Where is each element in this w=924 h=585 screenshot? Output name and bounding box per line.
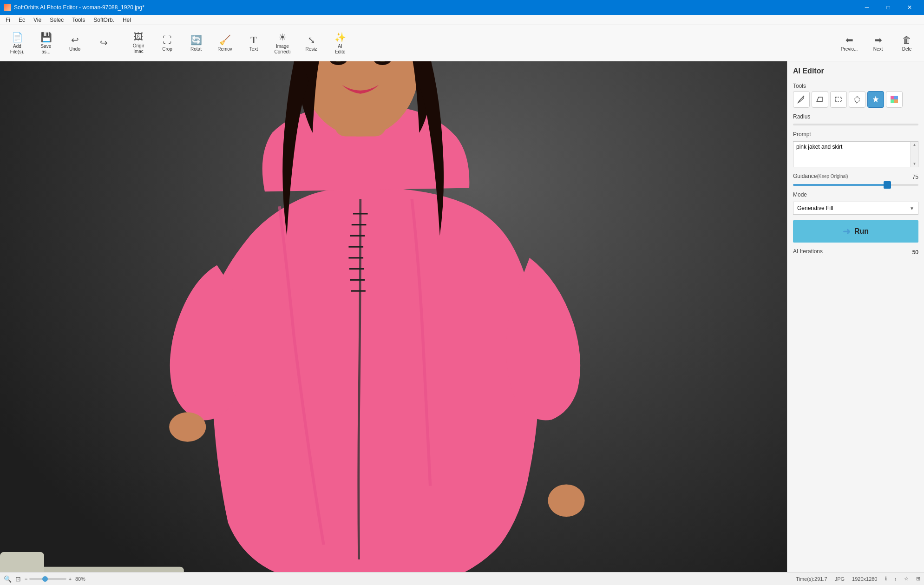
iterations-section: AI Iterations 50 xyxy=(793,248,918,256)
star-icon[interactable]: ☆ xyxy=(904,576,909,582)
next-button[interactable]: ➡ Next xyxy=(865,27,891,59)
zoom-plus-icon[interactable]: + xyxy=(68,576,71,582)
remove-label: Remov xyxy=(217,46,232,52)
canvas-area[interactable] xyxy=(0,61,787,572)
delete-icon: 🗑 xyxy=(902,35,911,46)
radius-slider[interactable] xyxy=(793,124,918,125)
redo-button[interactable]: ↪ xyxy=(90,27,117,59)
svg-rect-18 xyxy=(835,97,842,102)
previous-icon: ⬅ xyxy=(845,34,853,46)
original-image-label: OrigirImac xyxy=(133,43,144,54)
svg-line-15 xyxy=(803,96,804,97)
zoom-minus-icon[interactable]: − xyxy=(25,576,27,582)
menu-select[interactable]: Selec xyxy=(46,16,67,24)
share-icon[interactable]: ↑ xyxy=(894,576,897,582)
mode-dropdown[interactable]: Generative Fill Inpainting Outpainting xyxy=(793,202,918,214)
resize-button[interactable]: ⤡ Resiz xyxy=(298,27,325,59)
menu-edit[interactable]: Ec xyxy=(15,16,29,24)
menu-tools[interactable]: Tools xyxy=(68,16,89,24)
guidance-slider[interactable] xyxy=(793,184,918,186)
menu-softorb[interactable]: SoftOrb. xyxy=(90,16,118,24)
crop-button[interactable]: ⛶ Crop xyxy=(154,27,181,59)
menu-help[interactable]: Hel xyxy=(119,16,135,24)
screen-icon[interactable]: ⊞ xyxy=(916,576,920,582)
prompt-section: Prompt pink jaket and skirt ▲ ▼ xyxy=(793,131,918,167)
window-controls: ─ □ ✕ xyxy=(856,0,920,15)
minimize-button[interactable]: ─ xyxy=(856,0,878,15)
erase-icon xyxy=(816,95,824,104)
zoom-out-icon[interactable]: 🔍 xyxy=(4,575,12,583)
text-label: Text xyxy=(249,46,258,52)
image-correct-label: ImageCorrecti xyxy=(274,44,290,55)
svg-rect-21 xyxy=(891,99,894,103)
image-correct-icon: ☀ xyxy=(278,32,287,43)
title-bar: SoftOrbits AI Photo Editor - woman-97088… xyxy=(0,0,924,15)
close-button[interactable]: ✕ xyxy=(899,0,920,15)
tools-label: Tools xyxy=(793,83,918,89)
next-icon: ➡ xyxy=(874,34,882,46)
add-files-button[interactable]: 📄 AddFile(s). xyxy=(4,27,31,59)
window-title: SoftOrbits AI Photo Editor - woman-97088… xyxy=(14,4,144,11)
svg-point-5 xyxy=(548,484,584,517)
brush-tool-button[interactable] xyxy=(793,91,810,108)
lasso-tool-button[interactable] xyxy=(849,91,865,108)
image-correct-button[interactable]: ☀ ImageCorrecti xyxy=(269,27,296,59)
svg-marker-16 xyxy=(817,97,822,102)
mode-label: Mode xyxy=(793,191,918,198)
rect-select-tool-button[interactable] xyxy=(830,91,847,108)
add-files-label: AddFile(s). xyxy=(10,44,25,55)
run-button[interactable]: ➜ Run xyxy=(793,220,918,243)
color-fill-tool-button[interactable] xyxy=(886,91,903,108)
scroll-down-arrow[interactable]: ▼ xyxy=(913,162,917,166)
color-fill-icon xyxy=(890,95,898,104)
main-layout: AI Editor Tools xyxy=(0,61,924,572)
original-image-icon: 🖼 xyxy=(134,32,143,42)
save-as-button[interactable]: 💾 Saveas... xyxy=(33,27,59,59)
menu-bar: Fi Ec Vie Selec Tools SoftOrb. Hel xyxy=(0,15,924,25)
text-button[interactable]: T Text xyxy=(240,27,267,59)
mode-dropdown-wrap: Generative Fill Inpainting Outpainting xyxy=(793,202,918,215)
delete-button[interactable]: 🗑 Dele xyxy=(893,27,920,59)
zoom-slider[interactable] xyxy=(29,578,66,580)
tools-row xyxy=(793,91,918,108)
prompt-label: Prompt xyxy=(793,131,918,138)
guidance-header: Guidance(Keep Original) 75 xyxy=(793,173,918,181)
ai-editor-label: AIEditc xyxy=(335,44,345,55)
next-label: Next xyxy=(873,46,883,52)
info-icon[interactable]: ℹ xyxy=(885,576,887,582)
erase-tool-button[interactable] xyxy=(812,91,828,108)
menu-file[interactable]: Fi xyxy=(2,16,14,24)
save-as-icon: 💾 xyxy=(40,32,52,43)
fit-icon[interactable]: ⊡ xyxy=(15,575,21,583)
ai-editor-button[interactable]: ✨ AIEditc xyxy=(327,27,354,59)
crop-label: Crop xyxy=(162,46,172,52)
magic-icon xyxy=(872,95,880,104)
app-icon xyxy=(4,4,11,11)
prompt-input[interactable]: pink jaket and skirt xyxy=(793,142,918,167)
maximize-button[interactable]: □ xyxy=(878,0,899,15)
status-bar: 🔍 ⊡ − + 80% Time(s):291.7 JPG 1920x1280 … xyxy=(0,572,924,585)
run-label: Run xyxy=(854,227,869,236)
resize-icon: ⤡ xyxy=(308,34,315,46)
prompt-scrollbar[interactable]: ▲ ▼ xyxy=(911,142,918,167)
rotate-button[interactable]: 🔄 Rotat xyxy=(183,27,210,59)
rotate-label: Rotat xyxy=(190,46,202,52)
run-arrow-icon: ➜ xyxy=(843,226,851,237)
menu-view[interactable]: Vie xyxy=(30,16,45,24)
image-dimensions: 1920x1280 xyxy=(852,576,877,582)
undo-button[interactable]: ↩ Undo xyxy=(61,27,88,59)
mode-section: Mode Generative Fill Inpainting Outpaint… xyxy=(793,191,918,215)
guidance-section: Guidance(Keep Original) 75 xyxy=(793,173,918,186)
radius-section: Radius xyxy=(793,113,918,125)
original-image-button[interactable]: 🖼 OrigirImac xyxy=(125,27,152,59)
remove-button[interactable]: 🧹 Remov xyxy=(211,27,238,59)
crop-icon: ⛶ xyxy=(163,35,172,46)
scroll-up-arrow[interactable]: ▲ xyxy=(913,143,917,147)
radius-label: Radius xyxy=(793,113,918,120)
file-format: JPG xyxy=(835,576,845,582)
magic-tool-button[interactable] xyxy=(867,91,884,108)
toolbar: 📄 AddFile(s). 💾 Saveas... ↩ Undo ↪ 🖼 Ori… xyxy=(0,25,924,61)
status-right: Time(s):291.7 JPG 1920x1280 ℹ ↑ ☆ ⊞ xyxy=(796,576,920,582)
previous-button[interactable]: ⬅ Previo... xyxy=(836,27,863,59)
ai-editor-title: AI Editor xyxy=(793,67,918,77)
